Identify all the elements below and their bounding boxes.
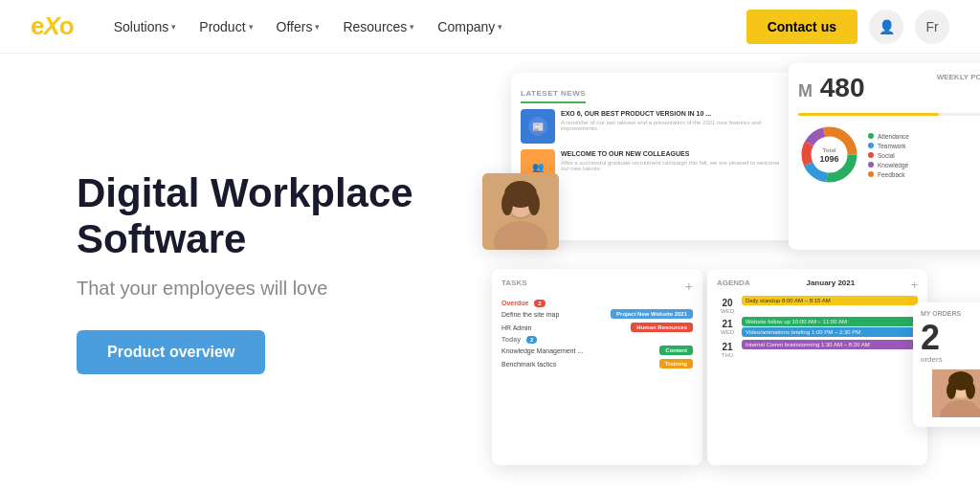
task-row-1: Define the site map Project New Website … xyxy=(501,309,693,319)
legend-dot-attendance xyxy=(868,133,874,139)
agenda-slot-1: 20 WED Daily standup 8:00 AM – 8:15 AM xyxy=(717,296,918,314)
score-bar-fill xyxy=(798,113,939,116)
agenda-day-21-thu: 21 THU xyxy=(717,340,738,358)
legend-dot-knowledge xyxy=(868,162,874,167)
task-badge-3: Content xyxy=(659,346,693,355)
agenda-events-2: Website follow up 10:00 AM – 11:00 AM Vi… xyxy=(742,317,918,337)
legend-dot-feedback xyxy=(868,171,874,177)
news-text-2: WELCOME TO OUR NEW COLLEAGUES After a su… xyxy=(561,149,789,171)
weekly-score: M 480 xyxy=(798,73,865,103)
donut-chart: Total 1096 xyxy=(798,123,860,186)
task-row-3: Knowledge Management ... Content xyxy=(501,346,693,355)
hero-dashboard: LATESET NEWS 📰 EXO 6, OUR BEST PRODUCT V… xyxy=(479,54,980,491)
logo-text: eXo xyxy=(31,11,74,41)
task-row-2: HR Admin Human Resources xyxy=(501,323,693,332)
task-badge-1: Project New Website 2021 xyxy=(611,309,693,319)
orders-count: 2 xyxy=(921,321,980,355)
legend-item-teamwork: Teamwork xyxy=(868,143,909,149)
chevron-down-icon: ▾ xyxy=(249,22,254,32)
news-text-1: EXO 6, OUR BEST PRODUCT VERSION IN 10 ..… xyxy=(561,109,789,131)
svg-point-9 xyxy=(501,192,513,215)
agenda-card: AGENDA January 2021 + 20 WED Daily stand… xyxy=(707,269,927,465)
nav-actions: Contact us 👤 Fr xyxy=(746,10,949,44)
orders-card: My Orders 2 orders xyxy=(913,302,980,427)
agenda-event-website: Website follow up 10:00 AM – 11:00 AM xyxy=(742,317,918,326)
agenda-slot-2: 21 WED Website follow up 10:00 AM – 11:0… xyxy=(717,317,918,337)
legend-dot-social xyxy=(868,152,874,158)
today-count-badge: 2 xyxy=(526,336,537,344)
chevron-down-icon: ▾ xyxy=(171,22,176,32)
hero-content: Digital Workplace Software That your emp… xyxy=(77,170,479,375)
svg-point-25 xyxy=(966,382,975,399)
news-item-1: 📰 EXO 6, OUR BEST PRODUCT VERSION IN 10 … xyxy=(521,109,789,144)
news-card-label: LATESET NEWS xyxy=(521,89,586,103)
legend-item-attendance: Attendance xyxy=(868,133,909,140)
legend-item-knowledge: Knowledge xyxy=(868,162,909,168)
task-badge-2: Human Resources xyxy=(631,323,693,332)
order-avatar xyxy=(932,369,980,417)
news-thumb-1: 📰 xyxy=(521,109,555,144)
task-row-4: Benchmark tactics Training xyxy=(501,359,693,368)
news-item-2: 👥 WELCOME TO OUR NEW COLLEAGUES After a … xyxy=(521,149,789,184)
user-icon: 👤 xyxy=(879,19,895,34)
nav-item-offers[interactable]: Offers ▾ xyxy=(267,13,330,40)
legend-item-social: Social xyxy=(868,152,909,159)
agenda-event-internal: Internal Comm brainstorming 1:30 AM – 8:… xyxy=(742,340,918,349)
nav-item-resources[interactable]: Resources ▾ xyxy=(333,13,424,40)
weekly-label: WEEKLY POINTS xyxy=(937,73,980,81)
hero-subtitle: That your employees will love xyxy=(77,278,479,300)
svg-text:📰: 📰 xyxy=(532,121,545,133)
agenda-event-standup: Daily standup 8:00 AM – 8:15 AM xyxy=(742,296,918,305)
chevron-down-icon: ▾ xyxy=(315,22,320,32)
score-bar xyxy=(798,113,980,116)
svg-point-24 xyxy=(947,382,956,399)
svg-text:👥: 👥 xyxy=(532,161,545,173)
tasks-card: TASKS + Overdue 2 Define the site map Pr… xyxy=(492,269,702,465)
overdue-count-badge: 2 xyxy=(534,300,545,307)
tasks-add-button[interactable]: + xyxy=(685,279,693,294)
agenda-day-20: 20 WED xyxy=(717,296,738,314)
logo[interactable]: eXo xyxy=(31,11,74,41)
nav-item-company[interactable]: Company ▾ xyxy=(428,13,512,40)
weekly-score-block: M 480 xyxy=(798,73,865,107)
legend-item-feedback: Feedback xyxy=(868,171,909,178)
legend-dot-teamwork xyxy=(868,143,874,148)
profile-card xyxy=(482,173,559,250)
agenda-day-21: 21 WED xyxy=(717,317,738,337)
agenda-header: AGENDA January 2021 + xyxy=(717,279,918,292)
agenda-slot-3: 21 THU Internal Comm brainstorming 1:30 … xyxy=(717,340,918,358)
task-today-label: Today 2 xyxy=(501,336,693,343)
hero-title: Digital Workplace Software xyxy=(77,170,479,263)
agenda-event-video: Video/animations briefing 1:00 PM – 2:30… xyxy=(742,327,918,337)
nav-item-solutions[interactable]: Solutions ▾ xyxy=(104,13,187,40)
svg-text:Total: Total xyxy=(823,147,836,153)
agenda-events-3: Internal Comm brainstorming 1:30 AM – 8:… xyxy=(742,340,918,358)
product-overview-button[interactable]: Product overview xyxy=(77,330,265,374)
nav-item-product[interactable]: Product ▾ xyxy=(189,13,262,40)
chevron-down-icon: ▾ xyxy=(498,22,502,32)
weekly-header: M 480 WEEKLY POINTS xyxy=(798,73,980,107)
user-icon-button[interactable]: 👤 xyxy=(869,10,903,44)
chart-area: Total 1096 Attendance Teamwork xyxy=(798,123,980,190)
svg-point-10 xyxy=(528,192,540,215)
task-badge-4: Training xyxy=(659,359,693,368)
svg-text:1096: 1096 xyxy=(819,154,838,164)
hero-section: Digital Workplace Software That your emp… xyxy=(0,54,980,491)
donut-wrapper: Total 1096 xyxy=(798,123,860,190)
avatar xyxy=(482,173,559,250)
nav-links: Solutions ▾ Product ▾ Offers ▾ Resources… xyxy=(104,13,746,40)
dashboard-mockup: LATESET NEWS 📰 EXO 6, OUR BEST PRODUCT V… xyxy=(454,63,980,465)
contact-button[interactable]: Contact us xyxy=(746,10,858,44)
task-overdue-label: Overdue 2 xyxy=(501,300,693,306)
tasks-header: TASKS + xyxy=(501,279,693,294)
chart-legend: Attendance Teamwork Social Knowledg xyxy=(868,133,909,181)
weekly-points-card: M 480 WEEKLY POINTS xyxy=(789,63,980,250)
navbar: eXo Solutions ▾ Product ▾ Offers ▾ Resou… xyxy=(0,0,980,54)
language-button[interactable]: Fr xyxy=(915,10,949,44)
agenda-events-1: Daily standup 8:00 AM – 8:15 AM xyxy=(742,296,918,314)
orders-text: orders xyxy=(921,355,980,364)
chevron-down-icon: ▾ xyxy=(410,22,414,32)
agenda-add-button[interactable]: + xyxy=(911,279,918,292)
